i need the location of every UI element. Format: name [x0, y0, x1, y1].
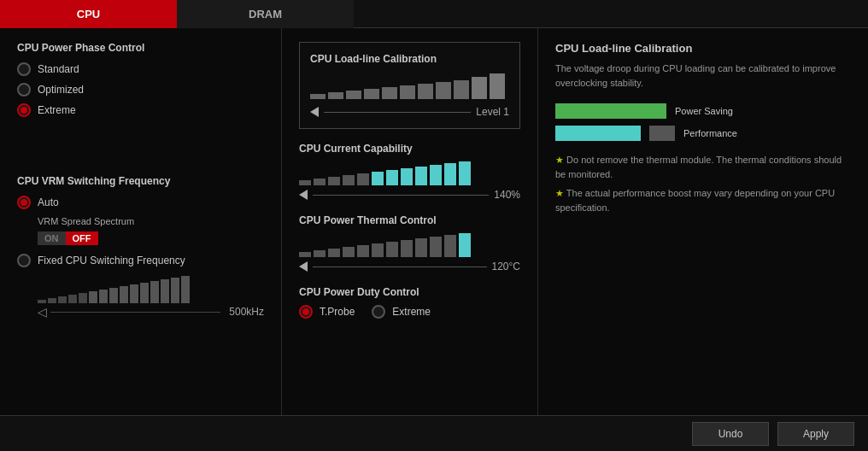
- toggle-off-button[interactable]: OFF: [66, 231, 98, 245]
- vrm-fixed-label: Fixed CPU Switching Frequency: [38, 255, 185, 266]
- radio-duty-extreme: [372, 305, 385, 319]
- bar-performance-label: Performance: [683, 128, 737, 138]
- radio-extreme: [17, 103, 31, 117]
- duty-extreme[interactable]: Extreme: [372, 305, 431, 319]
- duty-title: CPU Power Duty Control: [299, 286, 520, 298]
- load-line-steps: [310, 73, 509, 99]
- note-1: ★ Do not remove the thermal module. The …: [555, 153, 851, 181]
- toggle-on-button[interactable]: ON: [38, 231, 66, 245]
- radio-vrm-fixed: [17, 254, 31, 267]
- duty-radio-group: T.Probe Extreme: [299, 305, 520, 319]
- tab-dram[interactable]: DRAM: [177, 0, 354, 28]
- fixed-freq-slider[interactable]: ◁ 500kHz: [38, 276, 264, 319]
- right-panel: CPU Load-line Calibration The voltage dr…: [538, 28, 868, 415]
- phase-extreme-label: Extreme: [38, 104, 76, 116]
- thermal-section: CPU Power Thermal Control 120°C: [299, 214, 520, 272]
- middle-panel: CPU Load-line Calibration Level 1: [282, 28, 538, 415]
- thermal-title: CPU Power Thermal Control: [299, 214, 520, 226]
- bar-power-saving-label: Power Saving: [675, 106, 733, 116]
- info-description: The voltage droop during CPU loading can…: [555, 62, 851, 90]
- phase-standard[interactable]: Standard: [17, 62, 264, 76]
- duty-extreme-label: Extreme: [392, 306, 431, 318]
- phase-optimized[interactable]: Optimized: [17, 83, 264, 97]
- fixed-slider-arrow: ◁: [38, 305, 47, 319]
- thermal-value: 120°C: [492, 261, 521, 272]
- spread-spectrum-label: VRM Spread Spectrum: [38, 216, 134, 226]
- current-cap-steps: [299, 161, 520, 185]
- phase-standard-label: Standard: [38, 63, 79, 75]
- phase-control-group: Standard Optimized Extreme: [17, 62, 264, 117]
- left-panel: CPU Power Phase Control Standard Optimiz…: [0, 28, 282, 415]
- notes-section: ★ Do not remove the thermal module. The …: [555, 153, 851, 214]
- thermal-arrow: [299, 261, 308, 272]
- undo-button[interactable]: Undo: [692, 422, 769, 446]
- radio-vrm-auto: [17, 196, 31, 209]
- phase-extreme[interactable]: Extreme: [17, 103, 264, 117]
- info-title: CPU Load-line Calibration: [555, 42, 851, 55]
- spread-spectrum-row: VRM Spread Spectrum: [38, 216, 264, 226]
- phase-control-title: CPU Power Phase Control: [17, 42, 264, 54]
- current-cap-value: 140%: [494, 189, 520, 201]
- bar-teal-fill: [555, 126, 641, 141]
- vrm-auto-label: Auto: [38, 196, 59, 208]
- phase-optimized-label: Optimized: [38, 84, 84, 96]
- load-line-value: Level 1: [476, 106, 509, 118]
- radio-optimized: [17, 83, 31, 97]
- radio-standard: [17, 62, 31, 76]
- vrm-fixed[interactable]: Fixed CPU Switching Frequency: [17, 254, 264, 267]
- tab-cpu[interactable]: CPU: [0, 0, 177, 28]
- fixed-freq-value: 500kHz: [229, 306, 264, 318]
- duty-tprobe[interactable]: T.Probe: [299, 305, 355, 319]
- note-2: ★ The actual performance boost may vary …: [555, 186, 851, 214]
- current-cap-slider-row[interactable]: 140%: [299, 189, 520, 201]
- bar-green-fill: [555, 103, 666, 119]
- radio-duty-tprobe: [299, 305, 313, 319]
- bar-performance: Performance: [555, 126, 851, 141]
- thermal-slider-row[interactable]: 120°C: [299, 261, 520, 272]
- current-cap-section: CPU Current Capability 140%: [299, 143, 520, 201]
- apply-button[interactable]: Apply: [777, 422, 854, 446]
- vrm-auto[interactable]: Auto: [17, 196, 264, 209]
- current-cap-title: CPU Current Capability: [299, 143, 520, 155]
- current-cap-arrow: [299, 190, 308, 200]
- main-content: CPU Power Phase Control Standard Optimiz…: [0, 28, 868, 415]
- thermal-steps: [299, 233, 520, 257]
- bar-gray-fill: [649, 126, 675, 141]
- load-line-title: CPU Load-line Calibration: [310, 53, 509, 65]
- bar-power-saving: Power Saving: [555, 103, 851, 119]
- duty-section: CPU Power Duty Control T.Probe Extreme: [299, 286, 520, 319]
- load-line-slider[interactable]: Level 1: [310, 106, 509, 118]
- vrm-title: CPU VRM Switching Frequency: [17, 175, 264, 187]
- bottom-bar: Undo Apply: [0, 415, 868, 451]
- load-line-box: CPU Load-line Calibration Level 1: [299, 42, 520, 129]
- duty-tprobe-label: T.Probe: [320, 306, 355, 318]
- tab-bar: CPU DRAM: [0, 0, 868, 28]
- load-line-arrow: [310, 107, 319, 117]
